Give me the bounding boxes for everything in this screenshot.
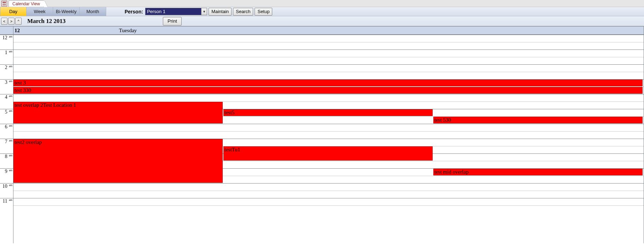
view-day-label: Day — [9, 9, 17, 14]
time-slot[interactable] — [13, 198, 644, 205]
calendar-event[interactable]: test2 overlap — [13, 139, 223, 183]
calendar-event[interactable]: test mid overlap — [433, 169, 643, 175]
nav-bar: < > ^ March 12 2013 Print — [0, 16, 644, 26]
calendar-event[interactable]: test overlap 2Test Location 1 — [13, 102, 223, 123]
time-slot[interactable] — [13, 64, 644, 72]
time-slot[interactable] — [13, 94, 644, 101]
search-label: Search — [236, 9, 250, 14]
form-icon — [1, 1, 7, 6]
time-slot[interactable] — [13, 183, 644, 191]
day-header: 12 Tuesday — [13, 27, 644, 34]
calendar-event[interactable]: testTu1 — [223, 146, 433, 161]
chevron-left-icon: < — [3, 19, 5, 23]
hour-label: 1 am — [0, 50, 13, 64]
time-gutter: 12 am1 am2 am3 am4 am5 am6 am7 am8 am9 a… — [0, 35, 13, 243]
form-tab[interactable]: Calendar View — [8, 0, 44, 7]
day-number: 12 — [13, 28, 119, 34]
hour-label: 6 am — [0, 124, 13, 139]
calendar-event[interactable]: test 3 — [13, 80, 643, 86]
person-value: Person 1 — [146, 8, 201, 15]
time-slot[interactable] — [13, 57, 644, 64]
time-slot[interactable] — [13, 50, 644, 57]
time-slot[interactable] — [13, 72, 644, 79]
setup-button[interactable]: Setup — [255, 8, 272, 16]
maintain-label: Maintain — [211, 9, 229, 14]
time-slot[interactable] — [13, 205, 644, 213]
search-button[interactable]: Search — [233, 8, 253, 16]
calendar-event[interactable]: test5 — [223, 109, 433, 116]
setup-label: Setup — [257, 9, 269, 14]
nav-next-button[interactable]: > — [8, 18, 15, 25]
print-label: Print — [167, 18, 177, 24]
print-button[interactable]: Print — [163, 17, 182, 25]
time-gutter-header — [0, 27, 13, 34]
view-week-button[interactable]: Week — [27, 7, 53, 16]
day-grid[interactable]: test 3test 330test overlap 2Test Locatio… — [13, 35, 644, 243]
time-slot[interactable] — [13, 35, 644, 42]
time-slot[interactable] — [13, 124, 644, 131]
chevron-down-icon[interactable]: ▼ — [201, 8, 207, 15]
date-title: March 12 2013 — [27, 18, 65, 25]
form-tab-label: Calendar View — [12, 1, 40, 6]
view-week-label: Week — [34, 9, 46, 14]
view-month-button[interactable]: Month — [80, 7, 106, 16]
calendar-event[interactable]: test 530 — [433, 117, 643, 123]
hour-label: 7 am — [0, 139, 13, 153]
hour-label: 5 am — [0, 109, 13, 124]
hour-label: 4 am — [0, 94, 13, 109]
form-tab-strip: Calendar View — [0, 0, 644, 7]
time-slot[interactable] — [13, 42, 644, 50]
person-label: Person: — [124, 9, 145, 14]
time-slot[interactable] — [13, 131, 644, 139]
hour-label: 9 am — [0, 168, 13, 183]
nav-prev-button[interactable]: < — [1, 18, 7, 25]
view-toolbar: Day Week Bi-Weekly Month Person: Person … — [0, 7, 644, 16]
maintain-button[interactable]: Maintain — [209, 8, 232, 16]
hour-label: 8 am — [0, 153, 13, 168]
hour-label: 10 am — [0, 183, 13, 198]
view-day-button[interactable]: Day — [0, 7, 27, 16]
hour-label: 11 am — [0, 198, 13, 213]
hour-label: 12 am — [0, 35, 13, 50]
view-biweekly-label: Bi-Weekly — [56, 9, 76, 14]
chevron-up-icon: ^ — [17, 19, 19, 23]
calendar-event[interactable]: test 330 — [13, 87, 643, 94]
view-biweekly-button[interactable]: Bi-Weekly — [53, 7, 80, 16]
chevron-right-icon: > — [10, 19, 12, 23]
time-slot[interactable] — [13, 191, 644, 198]
nav-up-button[interactable]: ^ — [15, 18, 22, 25]
hour-label: 3 am — [0, 79, 13, 94]
person-combobox[interactable]: Person 1 ▼ — [145, 8, 207, 15]
hour-label: 2 am — [0, 64, 13, 79]
day-name: Tuesday — [119, 28, 137, 34]
view-month-label: Month — [86, 9, 99, 14]
